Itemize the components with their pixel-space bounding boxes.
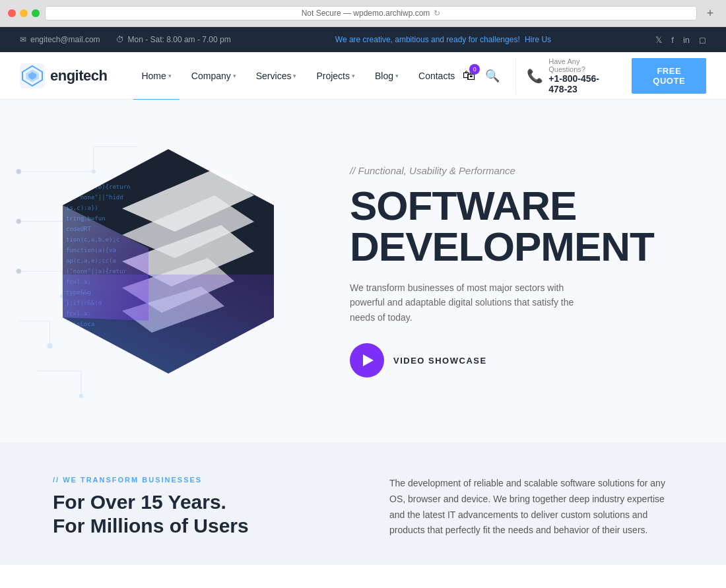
free-quote-button[interactable]: FREE QUOTE — [632, 58, 706, 94]
hero-section: function(b){return if("none"||"hidd is,c… — [0, 100, 726, 443]
nav-home-label: Home — [141, 71, 166, 81]
address-bar-text: Not Secure — wpdemo.archiwp.com — [302, 9, 430, 18]
bottom-right: The development of reliable and scalable… — [389, 476, 673, 539]
traffic-light-red[interactable] — [8, 9, 16, 17]
nav-company-label: Company — [191, 71, 231, 81]
bottom-left: WE TRANSFORM BUSINESSES For Over 15 Year… — [53, 476, 337, 539]
bottom-description: The development of reliable and scalable… — [389, 476, 673, 539]
phone-icon: 📞 — [527, 68, 543, 84]
topbar-email: ✉ engitech@mail.com — [20, 35, 100, 44]
bottom-title: For Over 15 Years. For Millions of Users — [53, 490, 337, 538]
nav-item-company[interactable]: Company ▾ — [183, 65, 244, 86]
logo[interactable]: engitech — [20, 63, 107, 88]
svg-text:(try{return: (try{return — [66, 342, 106, 348]
twitter-icon[interactable]: 𝕏 — [655, 35, 662, 45]
play-button[interactable] — [350, 343, 384, 377]
traffic-lights — [8, 9, 40, 17]
bottom-title-line1: For Over 15 Years. — [53, 490, 337, 514]
nav-services-label: Services — [256, 71, 292, 81]
nav-actions: 🛍 0 🔍 📞 Have Any Questions? +1-800-456-4… — [463, 57, 706, 94]
phone-info: Have Any Questions? +1-800-456-478-23 — [548, 57, 613, 94]
hero-title: SOFTWARE DEVELOPMENT — [350, 185, 686, 267]
nav-item-contacts[interactable]: Contacts — [411, 65, 463, 86]
instagram-icon[interactable]: ◻ — [699, 35, 706, 45]
traffic-light-green[interactable] — [32, 9, 40, 17]
nav-company-arrow: ▾ — [233, 73, 236, 79]
bottom-section: WE TRANSFORM BUSINESSES For Over 15 Year… — [0, 443, 726, 565]
bottom-title-line2: For Millions of Users — [53, 514, 337, 538]
browser-chrome: Not Secure — wpdemo.archiwp.com ↻ + — [0, 0, 726, 27]
phone-block: 📞 Have Any Questions? +1-800-456-478-23 — [515, 57, 613, 94]
topbar: ✉ engitech@mail.com ⏱ Mon - Sat: 8.00 am… — [0, 27, 726, 52]
svg-text:||b.isLo: ||b.isLo — [66, 331, 94, 338]
cart-button[interactable]: 🛍 0 — [463, 68, 476, 83]
topbar-hours: ⏱ Mon - Sat: 8.00 am - 7.00 pm — [116, 35, 231, 44]
topbar-social: 𝕏 f in ◻ — [655, 35, 706, 45]
navbar: engitech Home ▾ Company ▾ Services ▾ Pro… — [0, 52, 726, 100]
nav-item-blog[interactable]: Blog ▾ — [367, 65, 407, 86]
phone-question: Have Any Questions? — [548, 57, 613, 73]
svg-point-21 — [16, 169, 22, 174]
topbar-promo: We are creative, ambitious and ready for… — [335, 35, 551, 44]
nav-links: Home ▾ Company ▾ Services ▾ Projects ▾ B… — [133, 65, 463, 86]
clock-icon: ⏱ — [116, 35, 124, 44]
nav-item-services[interactable]: Services ▾ — [248, 65, 305, 86]
envelope-icon: ✉ — [20, 35, 26, 44]
hero-description: We transform businesses of most major se… — [350, 280, 601, 325]
nav-item-home[interactable]: Home ▾ — [133, 65, 179, 86]
nav-item-projects[interactable]: Projects ▾ — [308, 65, 363, 86]
traffic-light-yellow[interactable] — [20, 9, 28, 17]
hire-us-link[interactable]: Hire Us — [525, 35, 551, 44]
svg-point-22 — [16, 219, 22, 224]
topbar-left: ✉ engitech@mail.com ⏱ Mon - Sat: 8.00 am… — [20, 35, 231, 44]
linkedin-icon[interactable]: in — [683, 35, 690, 45]
svg-point-23 — [16, 269, 22, 274]
logo-icon — [20, 63, 45, 88]
bottom-tag: WE TRANSFORM BUSINESSES — [53, 476, 337, 484]
hero-logo-graphic: function(b){return if("none"||"hidd is,c… — [30, 129, 307, 413]
play-icon — [363, 354, 374, 366]
nav-home-arrow: ▾ — [168, 73, 172, 79]
address-bar[interactable]: Not Secure — wpdemo.archiwp.com ↻ — [45, 6, 697, 20]
search-button[interactable]: 🔍 — [485, 69, 500, 83]
video-label: VIDEO SHOWCASE — [393, 356, 487, 366]
nav-projects-arrow: ▾ — [352, 73, 355, 79]
nav-blog-label: Blog — [375, 71, 393, 81]
hero-left: function(b){return if("none"||"hidd is,c… — [0, 100, 337, 443]
nav-projects-label: Projects — [316, 71, 350, 81]
hero-right: Functional, Usability & Performance SOFT… — [337, 100, 726, 443]
cart-badge: 0 — [469, 64, 480, 75]
browser-titlebar: Not Secure — wpdemo.archiwp.com ↻ + — [0, 0, 726, 26]
nav-contacts-label: Contacts — [418, 71, 455, 81]
hero-subtitle: Functional, Usability & Performance — [350, 165, 686, 176]
svg-text:if("none"||"hidd: if("none"||"hidd — [66, 194, 123, 201]
hero-title-line2: DEVELOPMENT — [350, 226, 686, 267]
hero-title-line1: SOFTWARE — [350, 185, 686, 226]
nav-services-arrow: ▾ — [293, 73, 296, 79]
logo-text: engitech — [50, 67, 107, 84]
video-showcase-button[interactable]: VIDEO SHOWCASE — [350, 343, 686, 377]
facebook-icon[interactable]: f — [671, 35, 674, 45]
phone-number[interactable]: +1-800-456-478-23 — [548, 73, 613, 94]
svg-text:function(b){return: function(b){return — [66, 183, 131, 190]
refresh-icon[interactable]: ↻ — [434, 9, 440, 18]
nav-blog-arrow: ▾ — [395, 73, 399, 79]
new-tab-button[interactable]: + — [702, 5, 718, 21]
